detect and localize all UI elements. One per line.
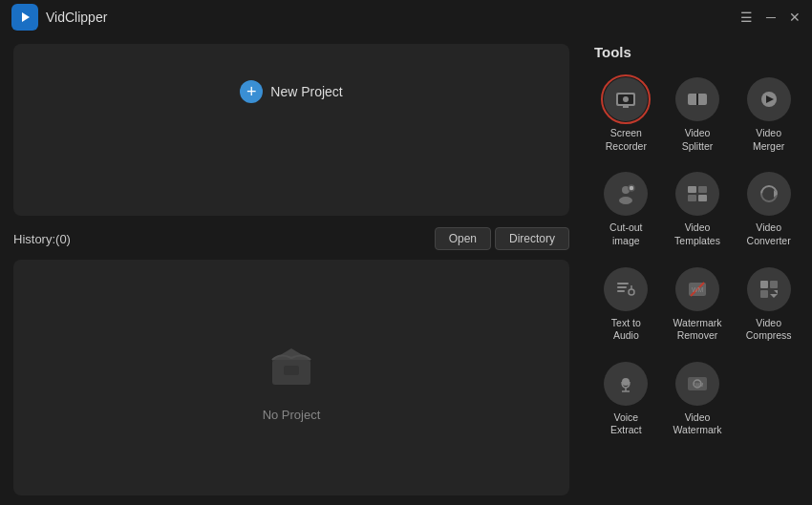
svg-rect-18 xyxy=(688,195,696,201)
tool-item-video-watermark[interactable]: WMVideo Watermark xyxy=(666,356,730,443)
svg-text:WM: WM xyxy=(694,381,703,387)
video-watermark-label: Video Watermark xyxy=(670,411,726,437)
tool-item-watermark-remover[interactable]: WMWatermark Remover xyxy=(666,262,730,348)
tool-item-screen-recorder[interactable]: Screen Recorder xyxy=(594,72,658,158)
svg-point-33 xyxy=(622,378,630,386)
svg-marker-32 xyxy=(774,290,778,294)
video-converter-label: Video Converter xyxy=(740,221,797,247)
tool-item-video-converter[interactable]: Video Converter xyxy=(737,166,801,253)
history-label: History:(0) xyxy=(13,232,71,246)
svg-rect-22 xyxy=(617,286,627,288)
svg-rect-28 xyxy=(760,281,768,288)
svg-rect-17 xyxy=(698,186,707,193)
voice-extract-icon xyxy=(604,362,648,406)
tools-grid: Screen RecorderVideo SplitterVideo Merge… xyxy=(594,72,801,443)
new-project-label: New Project xyxy=(270,84,342,99)
tool-item-video-templates[interactable]: Video Templates xyxy=(666,166,730,253)
voice-extract-label: Voice Extract xyxy=(598,411,654,437)
watermark-remover-icon: WM xyxy=(675,267,719,311)
main-layout: + New Project History:(0) Open Directory xyxy=(0,34,812,505)
no-project-area: No Project xyxy=(13,260,569,495)
svg-rect-4 xyxy=(284,366,299,375)
title-bar-left: VidClipper xyxy=(11,4,107,31)
video-compress-icon xyxy=(747,267,791,311)
svg-rect-21 xyxy=(617,283,629,284)
cutout-image-label: Cut-out image xyxy=(598,221,654,247)
tool-item-video-compress[interactable]: Video Compress xyxy=(737,262,801,348)
tool-item-video-merger[interactable]: Video Merger xyxy=(737,72,801,158)
text-to-audio-icon xyxy=(604,267,648,311)
svg-rect-8 xyxy=(623,106,629,108)
project-area: + New Project xyxy=(13,44,569,216)
video-merger-label: Video Merger xyxy=(740,127,797,153)
screen-recorder-icon xyxy=(604,77,648,121)
svg-point-15 xyxy=(629,185,634,191)
video-splitter-label: Video Splitter xyxy=(670,127,726,153)
video-merger-icon xyxy=(747,77,791,121)
svg-text:WM: WM xyxy=(692,286,704,293)
tool-item-text-to-audio[interactable]: Text to Audio xyxy=(594,262,658,348)
text-to-audio-label: Text to Audio xyxy=(598,317,654,343)
video-watermark-icon: WM xyxy=(675,362,719,406)
video-converter-icon xyxy=(747,172,791,216)
svg-rect-19 xyxy=(698,195,707,201)
new-project-button[interactable]: + New Project xyxy=(224,73,357,111)
tool-item-voice-extract[interactable]: Voice Extract xyxy=(594,356,658,443)
no-project-text: No Project xyxy=(263,408,321,422)
tool-item-cutout-image[interactable]: Cut-out image xyxy=(594,166,658,253)
minimize-icon[interactable]: ─ xyxy=(766,11,776,24)
svg-rect-16 xyxy=(688,186,696,193)
right-panel: Tools Screen RecorderVideo SplitterVideo… xyxy=(583,34,812,505)
svg-rect-29 xyxy=(770,281,778,288)
video-compress-label: Video Compress xyxy=(740,317,797,343)
left-panel: + New Project History:(0) Open Directory xyxy=(0,34,583,505)
history-buttons: Open Directory xyxy=(435,227,569,250)
video-splitter-icon xyxy=(675,77,719,121)
no-project-icon xyxy=(261,333,322,398)
menu-icon[interactable]: ☰ xyxy=(740,11,753,24)
tool-item-video-splitter[interactable]: Video Splitter xyxy=(666,72,730,158)
video-templates-label: Video Templates xyxy=(670,221,726,247)
app-title: VidClipper xyxy=(46,10,107,25)
screen-recorder-label: Screen Recorder xyxy=(598,127,654,153)
open-button[interactable]: Open xyxy=(435,227,491,250)
svg-rect-30 xyxy=(760,290,768,298)
directory-button[interactable]: Directory xyxy=(495,227,569,250)
watermark-remover-label: Watermark Remover xyxy=(670,317,726,343)
history-bar: History:(0) Open Directory xyxy=(13,227,569,250)
svg-point-14 xyxy=(619,197,632,204)
tools-title: Tools xyxy=(594,44,801,60)
svg-point-7 xyxy=(623,96,629,102)
svg-point-24 xyxy=(629,289,634,295)
plus-icon: + xyxy=(240,80,263,103)
close-icon[interactable]: ✕ xyxy=(789,11,801,24)
svg-marker-31 xyxy=(770,294,778,298)
title-bar: VidClipper ☰ ─ ✕ xyxy=(0,0,812,34)
cutout-image-icon xyxy=(604,172,648,216)
title-bar-controls: ☰ ─ ✕ xyxy=(740,11,801,24)
video-templates-icon xyxy=(675,172,719,216)
svg-rect-23 xyxy=(617,290,625,292)
app-logo xyxy=(11,4,38,31)
